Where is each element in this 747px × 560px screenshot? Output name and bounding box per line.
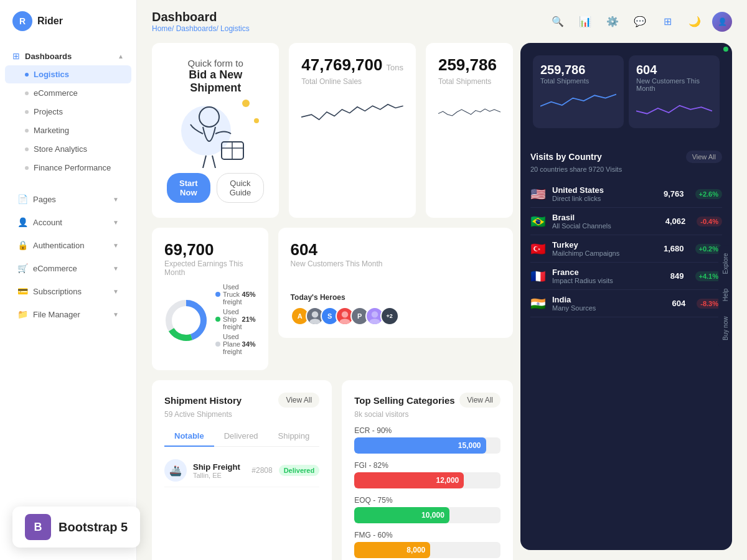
side-tab-help[interactable]: Help — [718, 281, 732, 309]
customers-card: 604 New Customers This Month Today's Her… — [278, 228, 513, 338]
total-sales-unit: Tons — [386, 63, 403, 72]
logo-icon: R — [12, 11, 32, 31]
total-sales-label: Total Online Sales — [301, 77, 403, 86]
flag-tr: 🇹🇷 — [530, 241, 546, 256]
plane-freight-legend: Used Plane freight 34% — [215, 333, 256, 355]
page-title: Dashboard — [152, 10, 250, 24]
sidebar-item-authentication[interactable]: 🔒 Authentication ▼ — [5, 234, 131, 256]
visits-title: Visits by Country — [530, 152, 602, 162]
sidebar-item-projects[interactable]: Projects — [5, 103, 131, 121]
side-tab-buy-now[interactable]: Buy now — [718, 309, 732, 348]
side-tab-explore[interactable]: Explore — [718, 245, 732, 281]
shipment-history-title: Shipment History — [164, 395, 242, 406]
shipment-tabs: Notable Delivered Shipping — [164, 426, 319, 447]
sidebar-item-logistics[interactable]: Logistics — [5, 65, 131, 83]
sidebar-item-subscriptions[interactable]: 💳 Subscriptions ▼ — [5, 280, 131, 302]
sidebar-item-ecommerce2[interactable]: 🛒 eCommerce ▼ — [5, 257, 131, 279]
country-change-us: +2.6% — [695, 189, 723, 199]
left-panel: Quick form to Bid a New Shipment — [152, 38, 520, 560]
sidebar-item-ecommerce[interactable]: eCommerce — [5, 84, 131, 102]
logo[interactable]: R Rider — [0, 0, 136, 42]
dark-mode-toggle[interactable]: 🌙 — [685, 12, 705, 32]
quick-guide-button[interactable]: Quick Guide — [217, 173, 265, 203]
total-shipments-value: 259,786 — [438, 55, 500, 75]
country-visits-in: 604 — [672, 299, 686, 308]
ship-freight-legend: Used Ship freight 21% — [215, 308, 256, 330]
total-shipments-label: Total Shipments — [438, 77, 500, 86]
quick-form-card: Quick form to Bid a New Shipment — [152, 43, 279, 218]
dashboard-body: Quick form to Bid a New Shipment — [137, 38, 747, 560]
dark-stat-shipments: 259,786 Total Shipments — [533, 55, 624, 128]
dark-shipments-value: 259,786 — [540, 63, 616, 77]
bar-ecr: ECR - 90% 15,000 — [354, 426, 500, 454]
country-name-fr: France — [552, 268, 664, 277]
auth-icon: 🔒 — [17, 240, 28, 250]
settings-icon[interactable]: ⚙️ — [603, 12, 622, 32]
chat-icon[interactable]: 💬 — [630, 12, 650, 32]
bar-chart-icon[interactable]: 📊 — [575, 12, 595, 32]
country-source-us: Direct link clicks — [552, 195, 657, 202]
pages-section: 📄 Pages ▼ 👤 Account ▼ 🔒 Authentication ▼… — [0, 185, 136, 329]
start-now-button[interactable]: Start Now — [167, 173, 210, 203]
tab-notable[interactable]: Notable — [164, 426, 214, 447]
sales-sparkline-chart — [301, 93, 403, 131]
shipments-sparkline-chart — [438, 93, 500, 131]
truck-dot — [215, 292, 220, 297]
file-manager-icon: 📁 — [17, 309, 28, 319]
svg-point-0 — [199, 107, 219, 127]
subscriptions-chevron-icon: ▼ — [113, 288, 119, 295]
dashboards-header[interactable]: ⊞ Dashboards ▲ — [0, 45, 136, 65]
top-selling-title: Top Selling Categories — [354, 395, 454, 406]
sidebar-item-marketing[interactable]: Marketing — [5, 121, 131, 139]
sidebar-dot-logistics — [25, 73, 29, 77]
total-sales-value: 47,769,700 — [301, 55, 382, 75]
header: Dashboard Home/ Dashboards/ Logistics 🔍 … — [137, 0, 747, 38]
sidebar-item-finance[interactable]: Finance Performance — [5, 159, 131, 177]
truck-freight-legend: Used Truck freight 45% — [215, 283, 256, 306]
earnings-card: 69,700 Expected Earnings This Month — [152, 228, 268, 370]
country-row-us: 🇺🇸 United States Direct link clicks 9,76… — [530, 180, 722, 208]
country-row-fr: 🇫🇷 France Impact Radius visits 849 +4.1% — [530, 263, 722, 290]
svg-point-11 — [371, 311, 377, 317]
shipment-view-all-button[interactable]: View All — [278, 393, 319, 408]
plane-dot — [215, 342, 220, 347]
bootstrap-watermark: B Bootstrap 5 — [12, 506, 140, 548]
svg-point-7 — [311, 311, 317, 317]
country-source-in: Many Sources — [552, 304, 666, 312]
total-shipments-card: 259,786 Total Shipments — [426, 43, 513, 218]
visits-view-all-button[interactable]: View All — [686, 151, 722, 163]
tab-delivered[interactable]: Delivered — [214, 426, 268, 447]
sidebar-item-file-manager[interactable]: 📁 File Manager ▼ — [5, 303, 131, 325]
country-name-in: India — [552, 295, 666, 304]
sidebar-dot-projects — [25, 110, 29, 114]
search-button[interactable]: 🔍 — [548, 12, 568, 32]
ecommerce2-icon: 🛒 — [17, 263, 28, 273]
dark-stats-row: 259,786 Total Shipments 604 New Customer… — [520, 43, 732, 141]
country-name-tr: Turkey — [552, 240, 657, 250]
sidebar-dot-marketing — [25, 129, 29, 133]
sidebar-dot-store — [25, 147, 29, 151]
grid-view-button[interactable]: ⊞ — [657, 12, 677, 32]
total-sales-card: 47,769,700 Tons Total Online Sales — [289, 43, 416, 218]
sidebar-item-account[interactable]: 👤 Account ▼ — [5, 211, 131, 233]
sidebar-item-pages[interactable]: 📄 Pages ▼ — [5, 188, 131, 210]
country-name-us: United States — [552, 185, 657, 195]
selling-view-all-button[interactable]: View All — [459, 393, 500, 408]
middle-cards-row: 69,700 Expected Earnings This Month — [152, 228, 513, 370]
visits-subtitle: 20 countries share 9720 Visits — [530, 166, 722, 173]
online-indicator — [723, 47, 728, 52]
avatar[interactable]: 👤 — [712, 12, 732, 32]
bar-eoq: EOQ - 75% 10,000 — [354, 496, 500, 523]
tab-shipping[interactable]: Shipping — [268, 426, 320, 447]
sidebar-item-store-analytics[interactable]: Store Analytics — [5, 140, 131, 158]
dark-stat-customers: 604 New Customers This Month — [629, 55, 720, 128]
country-change-br: -0.4% — [697, 217, 722, 226]
sidebar-dot-finance — [25, 166, 29, 170]
flag-in: 🇮🇳 — [530, 296, 546, 311]
svg-point-8 — [309, 319, 320, 325]
heroes-label: Today's Heroes — [291, 293, 500, 302]
svg-point-12 — [369, 319, 380, 325]
country-source-br: All Social Channels — [552, 222, 659, 230]
earnings-value: 69,700 — [164, 240, 256, 259]
country-source-tr: Mailchimp Campaigns — [552, 250, 657, 257]
